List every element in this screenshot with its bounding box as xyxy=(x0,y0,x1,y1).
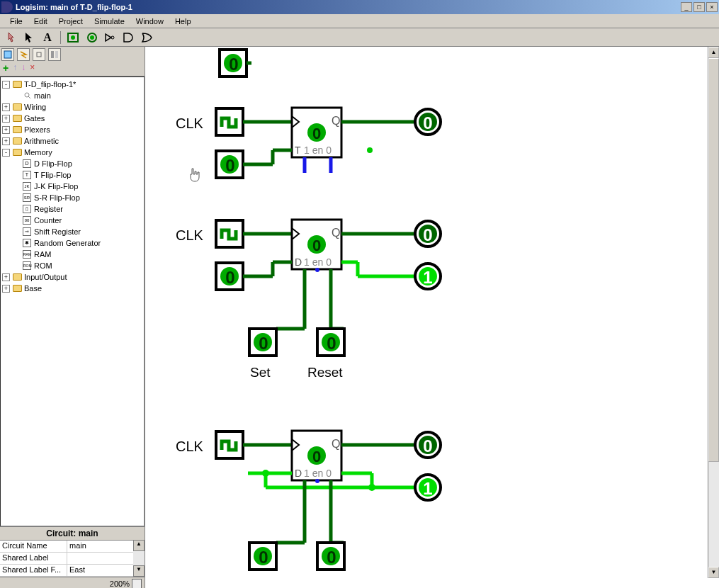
poke-tool-button[interactable] xyxy=(3,30,18,45)
tree-base[interactable]: + Base xyxy=(2,283,142,294)
svg-rect-7 xyxy=(51,51,54,58)
expand-icon[interactable]: + xyxy=(2,115,10,123)
tree-d-flipflop[interactable]: DD Flip-Flop xyxy=(2,158,142,169)
text-tool-button[interactable]: A xyxy=(40,30,55,45)
expand-icon[interactable]: - xyxy=(2,81,10,89)
svg-text:CLK: CLK xyxy=(176,227,204,243)
svg-point-1 xyxy=(71,35,75,40)
tree-sr-flipflop[interactable]: SRS-R Flip-Flop xyxy=(2,192,142,203)
svg-point-36 xyxy=(367,147,373,153)
svg-text:0: 0 xyxy=(312,237,321,254)
prop-row-circuit-name[interactable]: Circuit Name main xyxy=(0,541,133,553)
tree-rom[interactable]: ROMROM xyxy=(2,260,142,271)
expand-icon[interactable]: + xyxy=(2,137,10,145)
svg-point-86 xyxy=(315,479,319,483)
tree-plexers[interactable]: + Plexers xyxy=(2,124,142,135)
close-button[interactable]: × xyxy=(706,2,718,12)
menu-help[interactable]: Help xyxy=(169,17,197,26)
prop-row-shared-label-facing[interactable]: Shared Label F... East xyxy=(0,565,133,577)
tree-root[interactable]: - T-D_flip-flop-1* xyxy=(2,79,142,90)
svg-text:1 en 0: 1 en 0 xyxy=(304,145,332,156)
svg-text:0: 0 xyxy=(259,334,268,353)
tree-memory[interactable]: - Memory xyxy=(2,147,142,158)
not-gate-button[interactable] xyxy=(103,30,118,45)
expand-icon[interactable]: + xyxy=(2,126,10,134)
minimize-button[interactable]: _ xyxy=(681,2,692,12)
menu-file[interactable]: File xyxy=(4,17,28,26)
select-tool-button[interactable] xyxy=(21,30,37,45)
window-title: Logisim: main of T-D_flip-flop-1 xyxy=(16,3,681,11)
svg-point-3 xyxy=(90,35,94,40)
properties-scrollbar[interactable]: ▲ ▼ xyxy=(133,540,145,577)
tool-box-button[interactable] xyxy=(1,48,14,61)
svg-rect-8 xyxy=(55,51,58,58)
tool-wire-button[interactable] xyxy=(33,48,45,61)
svg-text:1: 1 xyxy=(423,479,432,498)
svg-text:Set: Set xyxy=(250,365,271,380)
scroll-up-button[interactable]: ▲ xyxy=(133,540,145,551)
tree-root-label: T-D_flip-flop-1* xyxy=(24,80,76,89)
tool-layout-button[interactable] xyxy=(48,48,61,61)
zoom-grid-toggle[interactable] xyxy=(132,579,142,589)
tree-input-output[interactable]: + Input/Output xyxy=(2,271,142,283)
explorer-pane: + ↑ ↓ × - T-D_flip-flop-1* main + Wiri xyxy=(0,47,145,588)
svg-text:0: 0 xyxy=(312,125,321,142)
tree-wiring[interactable]: + Wiring xyxy=(2,101,142,113)
tree-t-flipflop[interactable]: TT Flip-Flop xyxy=(2,169,142,181)
properties-table: Circuit Name main Shared Label Shared La… xyxy=(0,540,133,577)
svg-text:1: 1 xyxy=(423,268,432,287)
tree-main-label: main xyxy=(34,91,51,100)
tree-gates[interactable]: + Gates xyxy=(2,113,142,124)
delete-button[interactable]: × xyxy=(30,62,35,74)
menu-simulate[interactable]: Simulate xyxy=(89,17,130,26)
properties-header: Circuit: main xyxy=(0,526,145,540)
menu-edit[interactable]: Edit xyxy=(28,17,53,26)
zoom-label: 200% xyxy=(110,579,130,588)
svg-text:0: 0 xyxy=(225,268,234,287)
scroll-thumb[interactable] xyxy=(708,58,719,462)
and-gate-button[interactable] xyxy=(121,30,137,45)
tree-random-generator[interactable]: ✱Random Generator xyxy=(2,237,142,249)
or-gate-button[interactable] xyxy=(140,30,155,45)
scroll-up-button[interactable]: ▲ xyxy=(708,47,719,58)
main-toolbar: A xyxy=(0,28,719,47)
svg-point-57 xyxy=(315,268,319,272)
project-toolbar: + ↑ ↓ × xyxy=(0,47,145,77)
tree-jk-flipflop[interactable]: JKJ-K Flip-Flop xyxy=(2,181,142,192)
expand-icon[interactable]: + xyxy=(2,285,10,293)
svg-text:Q: Q xyxy=(332,227,340,239)
prop-row-shared-label[interactable]: Shared Label xyxy=(0,553,133,565)
tree-ram[interactable]: RAMRAM xyxy=(2,249,142,260)
svg-text:D: D xyxy=(295,256,302,268)
add-circuit-button[interactable]: + xyxy=(3,62,9,74)
scroll-down-button[interactable]: ▼ xyxy=(708,567,719,578)
menu-bar: File Edit Project Simulate Window Help xyxy=(0,14,719,28)
svg-text:0: 0 xyxy=(327,334,336,353)
expand-icon[interactable]: + xyxy=(2,273,10,281)
tree-arithmetic[interactable]: + Arithmetic xyxy=(2,135,142,147)
expand-icon[interactable]: + xyxy=(2,103,10,111)
tree-register[interactable]: ▯Register xyxy=(2,203,142,215)
menu-window[interactable]: Window xyxy=(130,17,169,26)
svg-text:CLK: CLK xyxy=(176,115,204,131)
tool-sim-button[interactable] xyxy=(17,48,30,61)
svg-text:1 en 0: 1 en 0 xyxy=(304,256,332,268)
svg-text:0: 0 xyxy=(423,113,432,132)
svg-text:Q: Q xyxy=(332,438,340,450)
explorer-tree[interactable]: - T-D_flip-flop-1* main + Wiring + Gates xyxy=(0,77,145,526)
expand-icon[interactable]: - xyxy=(2,149,10,157)
scroll-down-button[interactable]: ▼ xyxy=(133,565,145,577)
circuit-canvas[interactable]: 0 CLK Q T 1 en 0 0 0 0 C xyxy=(145,47,719,588)
input-pin-button[interactable] xyxy=(66,30,81,45)
svg-rect-6 xyxy=(37,52,41,57)
tree-shift-register[interactable]: ⇒Shift Register xyxy=(2,226,142,237)
menu-project[interactable]: Project xyxy=(53,17,89,26)
output-pin-button[interactable] xyxy=(84,30,100,45)
svg-text:D: D xyxy=(295,468,302,479)
maximize-button[interactable]: □ xyxy=(693,2,705,12)
move-up-button[interactable]: ↑ xyxy=(13,62,17,74)
tree-main[interactable]: main xyxy=(2,90,142,101)
move-down-button[interactable]: ↓ xyxy=(21,62,26,74)
canvas-scrollbar-vertical[interactable]: ▲ ▼ xyxy=(708,47,719,578)
tree-counter[interactable]: 00Counter xyxy=(2,215,142,226)
